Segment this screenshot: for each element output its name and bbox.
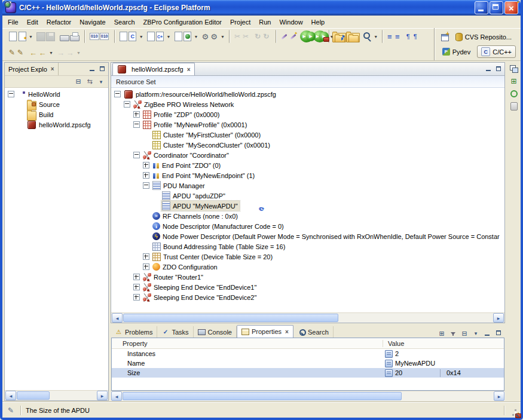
property-value-icon [385, 350, 393, 358]
fast-view-restore-icon[interactable] [509, 65, 519, 73]
link-editor-icon[interactable] [85, 78, 94, 86]
refresh-icon [261, 31, 271, 42]
resize-grip[interactable] [509, 406, 517, 414]
power-icon [152, 232, 160, 240]
back-icon [37, 47, 48, 58]
search-icon [362, 31, 372, 42]
zpscfg-file-icon [27, 121, 36, 129]
run-icon [306, 32, 316, 41]
tree-expander-icon[interactable] [133, 274, 140, 280]
tree-expander-icon[interactable] [133, 111, 140, 118]
project-icon [17, 90, 26, 99]
cluster-icon [152, 131, 161, 139]
tree-expander-icon[interactable] [133, 294, 140, 301]
collapse-all-icon[interactable] [460, 329, 469, 338]
toolbar: ▼ ▼ ▼ ▼ [2, 28, 521, 61]
apdu-icon [162, 191, 170, 200]
property-value-icon [385, 369, 393, 377]
info-icon [152, 222, 160, 230]
tree-expander-icon[interactable] [143, 182, 149, 189]
table-icon [152, 243, 161, 251]
tree-expander-icon[interactable] [133, 121, 140, 128]
network-icon [143, 273, 151, 281]
profile-icon [143, 111, 151, 119]
network-icon [143, 151, 151, 160]
mark-occurrences-icon [392, 31, 403, 42]
property-value-icon [385, 360, 393, 367]
rf-channels-icon [152, 212, 160, 220]
network-icon [143, 293, 151, 302]
tree-expander-icon[interactable] [143, 263, 149, 270]
last-edit-location-icon [15, 47, 26, 58]
tree-expander-icon[interactable] [8, 91, 14, 97]
tree-expander-icon[interactable] [133, 284, 140, 290]
maximize-icon[interactable] [494, 329, 503, 338]
external-tools-icon [319, 32, 329, 41]
debug-wand-icon [288, 31, 298, 42]
network-icon [133, 100, 142, 109]
resource-file-icon [124, 90, 133, 99]
minimize-icon[interactable] [483, 329, 491, 338]
source-folder-icon [27, 101, 36, 111]
zdo-config-icon [152, 263, 160, 271]
profile-icon [143, 121, 151, 129]
tree-expander-icon[interactable] [133, 152, 140, 158]
dropdown-arrow-icon[interactable]: ▼ [167, 35, 171, 39]
import-folder-icon [335, 35, 345, 42]
dropdown-arrow-icon[interactable]: ▼ [77, 51, 81, 55]
show-advanced-icon[interactable] [449, 329, 457, 338]
endpoint-icon [152, 172, 160, 179]
documentation-icon[interactable] [509, 102, 519, 111]
maximize-icon[interactable] [98, 65, 107, 73]
endpoint-icon [152, 162, 160, 169]
view-menu-icon[interactable] [472, 329, 480, 338]
new-class-icon [182, 31, 193, 42]
minimize-icon[interactable] [484, 65, 493, 73]
toolbar-row-1: ▼ ▼ ▼ ▼ [2, 28, 434, 45]
tree-expander-icon[interactable] [114, 91, 121, 97]
pdu-manager-icon [152, 181, 161, 190]
collapse-all-icon[interactable] [74, 78, 82, 86]
show-categories-icon[interactable] [438, 329, 446, 338]
show-whitespace-icon [410, 31, 421, 42]
tasks-icon [161, 328, 169, 336]
problems-icon [115, 328, 123, 336]
new-cpp-file-icon [155, 31, 166, 42]
make-targets-icon[interactable] [509, 77, 519, 85]
apdu-icon [162, 201, 170, 210]
tree-expander-icon[interactable] [143, 253, 149, 260]
search-tab-icon [298, 328, 305, 336]
properties-icon [241, 328, 249, 336]
tree-expander-icon[interactable] [143, 172, 149, 179]
console-icon [198, 328, 206, 336]
view-menu-icon[interactable] [97, 78, 105, 86]
progress-icon[interactable] [509, 90, 519, 98]
eclipse-window: C/C++ - HelloWorld/helloWorld.zpscfg - E… [0, 0, 523, 420]
open-folder-icon [348, 35, 359, 42]
make-icon [209, 31, 219, 42]
cluster-icon [152, 141, 161, 149]
forward-icon [65, 47, 75, 58]
maximize-icon[interactable] [494, 65, 503, 73]
tree-expander-icon[interactable] [124, 101, 130, 108]
minimize-icon[interactable] [88, 65, 97, 73]
folder-icon [27, 111, 36, 121]
cut-icon [240, 31, 251, 42]
network-icon [143, 283, 151, 292]
trust-center-icon [152, 253, 161, 261]
tree-expander-icon[interactable] [143, 162, 149, 168]
open-perspective-icon[interactable] [441, 33, 449, 41]
